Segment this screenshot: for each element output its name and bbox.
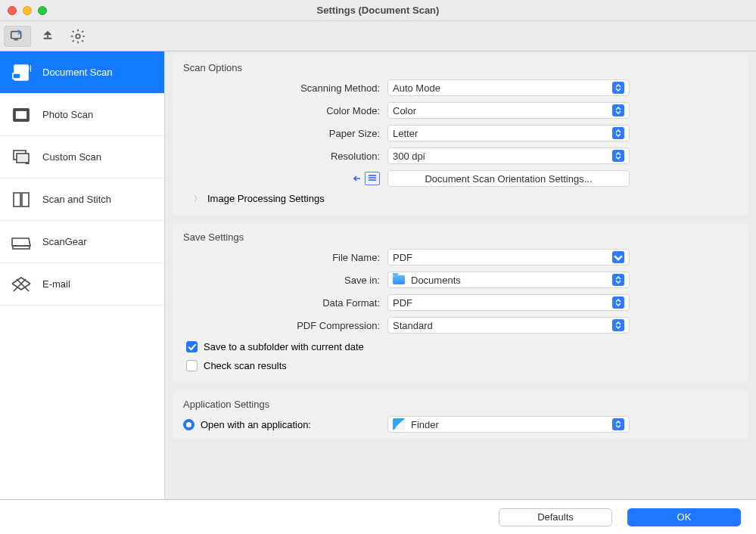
svg-point-3: [76, 34, 80, 39]
dropdown-arrow-icon: [612, 251, 624, 263]
file-name-combobox[interactable]: PDF: [387, 249, 630, 265]
save-subfolder-checkbox[interactable]: [186, 341, 198, 352]
select-arrows-icon: [612, 296, 624, 309]
application-settings-section: Application Settings Open with an applic…: [173, 391, 748, 439]
scan-options-title: Scan Options: [183, 62, 738, 73]
sidebar-item-custom-scan[interactable]: Custom Scan: [0, 136, 164, 179]
color-mode-select[interactable]: Color: [387, 102, 630, 119]
select-arrows-icon: [612, 127, 624, 139]
open-with-application-select[interactable]: Finder: [387, 416, 630, 433]
check-scan-results-row[interactable]: Check scan results: [183, 360, 738, 371]
document-scan-icon: PDF: [11, 62, 32, 83]
sidebar-item-label: E-mail: [42, 278, 70, 290]
application-settings-title: Application Settings: [183, 399, 738, 410]
toolbar: [0, 21, 756, 51]
svg-rect-11: [14, 193, 20, 206]
orientation-settings-button[interactable]: Document Scan Orientation Settings...: [387, 170, 630, 187]
toolbar-scan-from-computer-tab[interactable]: [4, 26, 31, 47]
paper-size-select[interactable]: Letter: [387, 125, 630, 141]
open-with-application-label: Open with an application:: [201, 419, 311, 430]
save-in-select[interactable]: Documents: [387, 272, 630, 288]
svg-rect-8: [15, 110, 27, 120]
check-scan-results-checkbox[interactable]: [186, 360, 198, 371]
file-name-label: File Name:: [183, 252, 380, 263]
sidebar-item-label: Scan and Stitch: [42, 194, 111, 205]
sidebar-item-label: Custom Scan: [42, 151, 101, 163]
pdf-compression-label: PDF Compression:: [183, 320, 380, 331]
open-with-application-radio[interactable]: [183, 419, 194, 430]
save-in-label: Save in:: [183, 275, 380, 286]
sidebar-item-photo-scan[interactable]: Photo Scan: [0, 94, 164, 136]
svg-rect-12: [22, 193, 29, 206]
svg-rect-10: [17, 154, 29, 163]
select-arrows-icon: [612, 319, 624, 331]
scangear-icon: [11, 231, 32, 253]
photo-scan-icon: [11, 104, 32, 126]
svg-rect-13: [13, 246, 30, 249]
save-subfolder-checkbox-row[interactable]: Save to a subfolder with current date: [183, 341, 738, 352]
data-format-select[interactable]: PDF: [387, 294, 630, 311]
select-arrows-icon: [612, 150, 624, 162]
sidebar-item-scangear[interactable]: ScanGear: [0, 221, 164, 263]
svg-text:PDF: PDF: [16, 63, 31, 74]
sidebar-item-label: ScanGear: [42, 236, 87, 247]
window-title: Settings (Document Scan): [0, 5, 756, 16]
paper-size-label: Paper Size:: [183, 128, 380, 139]
custom-scan-icon: [11, 147, 32, 168]
save-settings-section: Save Settings File Name: PDF Save in: Do…: [173, 224, 748, 382]
orientation-icon: [353, 172, 380, 185]
titlebar: Settings (Document Scan): [0, 0, 756, 21]
sidebar-item-scan-and-stitch[interactable]: Scan and Stitch: [0, 179, 164, 221]
bottom-bar: Defaults OK: [0, 499, 756, 534]
sidebar-item-email[interactable]: E-mail: [0, 263, 164, 306]
select-arrows-icon: [612, 418, 624, 430]
select-arrows-icon: [612, 274, 624, 286]
save-settings-title: Save Settings: [183, 231, 738, 243]
scanning-method-label: Scanning Method:: [183, 82, 380, 94]
finder-icon: [393, 418, 405, 430]
scan-options-section: Scan Options Scanning Method: Auto Mode …: [173, 54, 748, 215]
email-icon: [11, 274, 32, 295]
svg-rect-6: [13, 73, 20, 79]
resolution-select[interactable]: 300 dpi: [387, 147, 630, 164]
image-processing-disclosure[interactable]: 〉 Image Processing Settings: [183, 193, 738, 204]
scan-and-stitch-icon: [11, 189, 32, 210]
chevron-right-icon: 〉: [194, 194, 201, 204]
select-arrows-icon: [612, 104, 624, 116]
select-arrows-icon: [612, 82, 624, 94]
color-mode-label: Color Mode:: [183, 105, 380, 116]
content-area: Scan Options Scanning Method: Auto Mode …: [165, 51, 756, 499]
sidebar: PDF Document Scan Photo Scan: [0, 51, 165, 499]
sidebar-item-document-scan[interactable]: PDF Document Scan: [0, 51, 164, 94]
sidebar-item-label: Photo Scan: [42, 109, 93, 120]
svg-rect-2: [44, 37, 52, 39]
defaults-button[interactable]: Defaults: [499, 508, 612, 526]
svg-rect-1: [47, 35, 48, 38]
ok-button[interactable]: OK: [627, 508, 741, 526]
toolbar-scan-from-panel-tab[interactable]: [34, 26, 61, 47]
toolbar-general-settings-tab[interactable]: [64, 26, 92, 47]
resolution-label: Resolution:: [183, 151, 380, 162]
folder-icon: [393, 275, 405, 284]
data-format-label: Data Format:: [183, 297, 380, 309]
scanning-method-select[interactable]: Auto Mode: [387, 79, 630, 96]
pdf-compression-select[interactable]: Standard: [387, 317, 630, 334]
sidebar-item-label: Document Scan: [42, 67, 113, 78]
